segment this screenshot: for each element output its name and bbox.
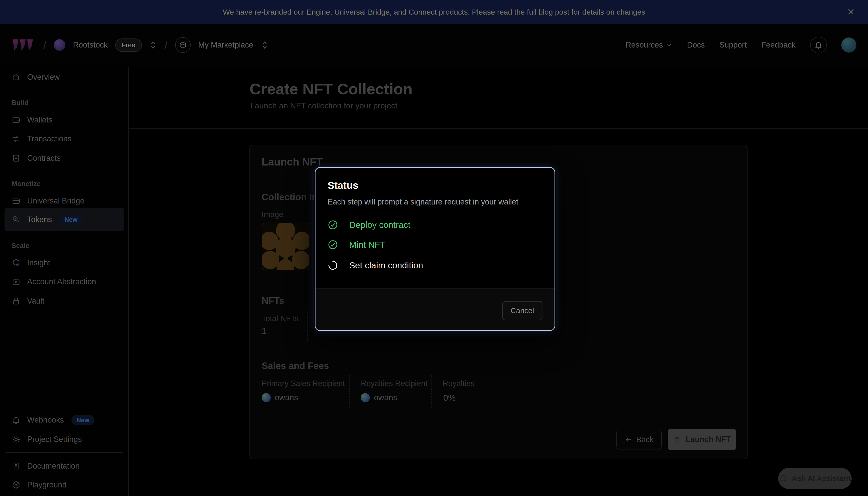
step-set-claim-condition: Set claim condition [328, 258, 423, 273]
dialog-subtitle: Each step will prompt a signature reques… [328, 198, 518, 206]
check-circle-icon [328, 239, 338, 250]
dialog-footer: Cancel [315, 288, 555, 330]
step-mint-nft: Mint NFT [328, 237, 385, 252]
dialog-title: Status [328, 180, 358, 191]
cancel-button[interactable]: Cancel [502, 301, 542, 320]
check-circle-icon [328, 220, 338, 230]
step-deploy-contract: Deploy contract [328, 217, 410, 232]
status-dialog: Status Each step will prompt a signature… [315, 167, 555, 331]
spinner-icon [328, 260, 338, 270]
